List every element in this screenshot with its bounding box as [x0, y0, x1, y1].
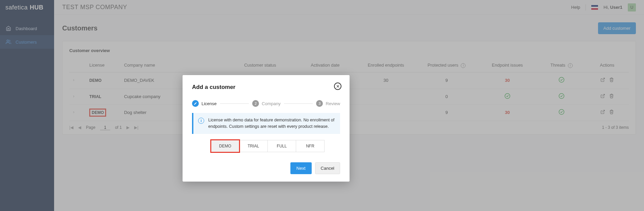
cancel-button[interactable]: Cancel	[315, 162, 340, 174]
pencil-icon	[192, 100, 199, 107]
next-button[interactable]: Next	[290, 162, 312, 174]
step-label: Review	[326, 101, 340, 106]
info-icon: i	[198, 118, 204, 124]
license-option-nfr[interactable]: NFR	[296, 140, 325, 152]
stepper: License 2 Company 3 Review	[192, 100, 340, 107]
license-info-box: i License with demo data for feature dem…	[192, 113, 340, 134]
license-option-demo[interactable]: DEMO	[211, 140, 239, 152]
close-icon[interactable]: ✕	[334, 83, 341, 90]
step-connector	[220, 103, 249, 104]
add-customer-modal: Add a customer ✕ License 2 Company 3 Rev…	[183, 75, 350, 182]
license-options: DEMO TRIAL FULL NFR	[192, 140, 340, 152]
step-number: 2	[252, 100, 259, 107]
step-review: 3 Review	[316, 100, 340, 107]
modal-footer: Next Cancel	[192, 162, 340, 174]
license-option-trial[interactable]: TRIAL	[239, 140, 268, 152]
step-label: License	[201, 101, 217, 106]
step-label: Company	[262, 101, 281, 106]
info-text: License with demo data for feature demon…	[208, 117, 335, 130]
modal-title: Add a customer	[192, 84, 340, 91]
step-number: 3	[316, 100, 323, 107]
license-option-full[interactable]: FULL	[268, 140, 296, 152]
step-company: 2 Company	[252, 100, 281, 107]
step-license: License	[192, 100, 217, 107]
step-connector	[284, 103, 313, 104]
